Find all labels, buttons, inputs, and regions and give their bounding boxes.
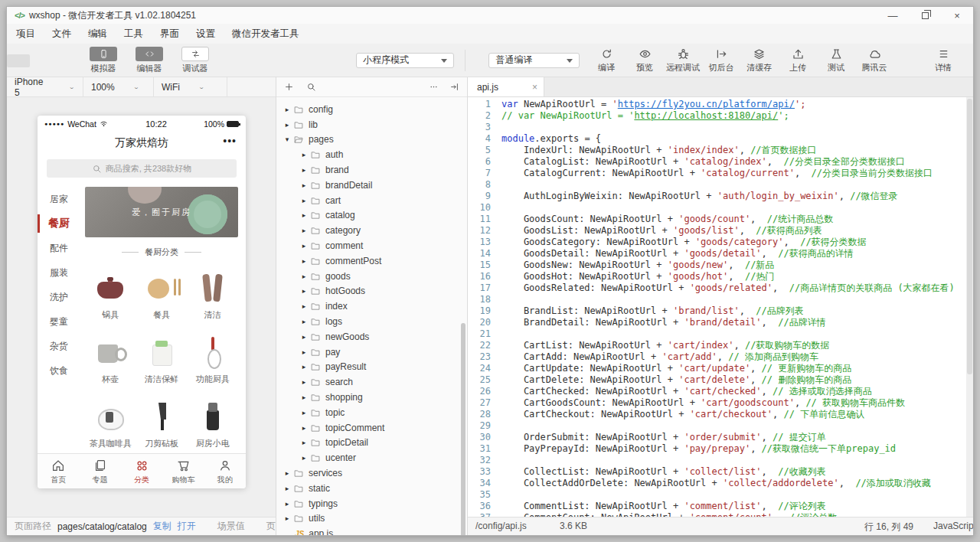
network-select[interactable]: WiFi⌄ <box>154 77 227 96</box>
copy-path-link[interactable]: 复制 <box>153 520 172 533</box>
user-avatar-placeholder[interactable] <box>7 54 30 67</box>
模拟器-toggle-button[interactable]: 模拟器 <box>87 47 120 74</box>
zoom-select[interactable]: 100%⌄ <box>83 77 154 96</box>
more-menu-icon[interactable]: ••• <box>223 135 237 147</box>
tree-item-services[interactable]: ▸services <box>276 465 467 481</box>
caret-right-icon[interactable]: ▸ <box>299 273 309 280</box>
caret-right-icon[interactable]: ▸ <box>299 318 309 325</box>
open-path-link[interactable]: 打开 <box>178 520 196 533</box>
phone-tab-购物车[interactable]: 购物车 <box>162 454 204 488</box>
action-cloud-button[interactable]: 腾讯云 <box>855 47 893 73</box>
subcategory-厨房小电[interactable]: 厨房小电 <box>187 391 238 455</box>
menu-item-4[interactable]: 界面 <box>160 28 179 41</box>
phone-tab-专题[interactable]: 专题 <box>79 454 120 488</box>
caret-right-icon[interactable]: ▸ <box>299 302 309 310</box>
code-editor[interactable]: 1var NewApiRootUrl = 'https://fly2you.cn… <box>468 97 973 517</box>
caret-right-icon[interactable]: ▸ <box>299 454 309 462</box>
scene-value-label[interactable]: 场景值 <box>217 520 245 533</box>
phone-tab-分类[interactable]: 分类 <box>121 454 162 488</box>
more-options-icon[interactable] <box>429 82 439 92</box>
caret-right-icon[interactable]: ▸ <box>299 197 309 204</box>
tree-item-auth[interactable]: ▸auth <box>276 147 467 162</box>
tree-item-catalog[interactable]: ▸catalog <box>276 208 467 224</box>
subcategory-茶具咖啡具[interactable]: 茶具咖啡具 <box>85 391 136 455</box>
action-layers-button[interactable]: 清缓存 <box>740 47 779 73</box>
menu-item-5[interactable]: 设置 <box>196 28 215 41</box>
caret-right-icon[interactable]: ▸ <box>283 469 292 477</box>
add-file-icon[interactable] <box>284 82 294 92</box>
caret-right-icon[interactable]: ▸ <box>283 485 292 492</box>
tree-item-lib[interactable]: ▸lib <box>276 117 467 132</box>
close-tab-icon[interactable]: × <box>532 82 537 93</box>
page-params-label[interactable]: 页面参数 <box>266 520 276 533</box>
action-flask-button[interactable]: 测试 <box>817 47 855 73</box>
search-files-icon[interactable] <box>306 82 316 92</box>
mode-select[interactable]: 小程序模式 <box>356 53 454 68</box>
collapse-panel-icon[interactable] <box>449 82 459 92</box>
caret-right-icon[interactable]: ▸ <box>283 514 292 522</box>
caret-right-icon[interactable]: ▸ <box>299 227 309 234</box>
caret-right-icon[interactable]: ▸ <box>299 348 309 356</box>
editor-scrollbar-track[interactable] <box>966 97 973 517</box>
tree-item-topic[interactable]: ▸topic <box>276 405 467 420</box>
tree-item-brandDetail[interactable]: ▸brandDetail <box>276 178 467 193</box>
subcategory-杯壶[interactable]: 杯壶 <box>85 327 136 391</box>
category-item-洗护[interactable]: 洗护 <box>38 285 80 309</box>
caret-right-icon[interactable]: ▸ <box>283 121 292 129</box>
menu-item-2[interactable]: 编辑 <box>88 28 107 41</box>
category-item-餐厨[interactable]: 餐厨 <box>38 211 80 236</box>
category-item-服装[interactable]: 服装 <box>38 260 80 285</box>
caret-right-icon[interactable]: ▸ <box>299 166 309 174</box>
tree-item-pages[interactable]: ▾pages <box>276 132 467 148</box>
action-upload-button[interactable]: 上传 <box>779 47 817 73</box>
caret-right-icon[interactable]: ▸ <box>299 257 309 265</box>
close-button[interactable]: × <box>941 7 973 24</box>
caret-down-icon[interactable]: ▾ <box>283 136 292 143</box>
minimize-button[interactable]: — <box>877 7 909 24</box>
action-eye-button[interactable]: 预览 <box>626 47 664 73</box>
compile-select[interactable]: 普通编译 <box>488 53 580 68</box>
action-bug-button[interactable]: 远程调试 <box>664 47 702 73</box>
language-mode[interactable]: JavaScript <box>933 521 973 531</box>
search-bar[interactable]: 商品搜索, 共238款好物 <box>47 159 237 178</box>
subcategory-锅具[interactable]: 锅具 <box>85 263 136 327</box>
caret-right-icon[interactable]: ▸ <box>299 424 309 432</box>
category-item-饮食[interactable]: 饮食 <box>38 358 80 383</box>
tree-item-cart[interactable]: ▸cart <box>276 193 467 208</box>
调试器-toggle-button[interactable]: 调试器 <box>178 47 212 74</box>
tree-item-static[interactable]: ▸static <box>276 481 467 496</box>
tree-item-shopping[interactable]: ▸shopping <box>276 390 467 405</box>
tree-item-utils[interactable]: ▸utils <box>276 511 467 527</box>
caret-right-icon[interactable]: ▸ <box>299 393 309 401</box>
action-refresh-button[interactable]: 编译 <box>587 47 626 73</box>
tree-item-newGoods[interactable]: ▸newGoods <box>276 329 467 344</box>
caret-right-icon[interactable]: ▸ <box>299 333 309 341</box>
tree-item-topicComment[interactable]: ▸topicComment <box>276 420 467 436</box>
tree-item-logs[interactable]: ▸logs <box>276 314 467 329</box>
subcategory-餐具[interactable]: 餐具 <box>136 263 188 327</box>
caret-right-icon[interactable]: ▸ <box>299 439 309 446</box>
tab-api-js[interactable]: api.js × <box>468 77 544 96</box>
action-tobg-button[interactable]: 切后台 <box>702 47 740 73</box>
device-select[interactable]: iPhone 5⌄ <box>7 77 83 96</box>
tree-item-brand[interactable]: ▸brand <box>276 162 467 178</box>
tree-item-comment[interactable]: ▸comment <box>276 238 467 253</box>
tree-item-category[interactable]: ▸category <box>276 223 467 238</box>
caret-right-icon[interactable]: ▸ <box>299 363 309 371</box>
caret-right-icon[interactable]: ▸ <box>283 106 292 113</box>
caret-right-icon[interactable]: ▸ <box>299 287 309 295</box>
tree-item-goods[interactable]: ▸goods <box>276 269 467 284</box>
action-menu-button[interactable]: 详情 <box>924 47 962 73</box>
category-item-居家[interactable]: 居家 <box>38 187 80 211</box>
category-item-配件[interactable]: 配件 <box>38 236 80 260</box>
caret-right-icon[interactable]: ▸ <box>299 409 309 416</box>
menu-item-1[interactable]: 文件 <box>52 28 71 41</box>
caret-right-icon[interactable]: ▸ <box>299 151 309 158</box>
menu-item-0[interactable]: 项目 <box>16 28 35 41</box>
category-item-婴童[interactable]: 婴童 <box>38 309 80 334</box>
menu-item-3[interactable]: 工具 <box>124 28 143 41</box>
maximize-button[interactable] <box>909 7 941 24</box>
caret-right-icon[interactable]: ▸ <box>299 242 309 250</box>
tree-item-index[interactable]: ▸index <box>276 299 467 314</box>
tree-item-app.js[interactable]: JSapp.js <box>276 526 467 535</box>
